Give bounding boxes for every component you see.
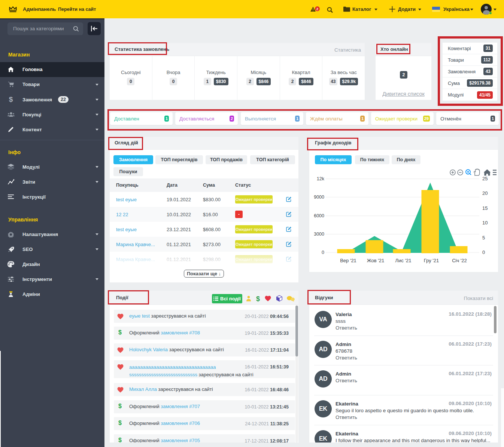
svg-text:0: 0 — [322, 250, 324, 255]
svg-text:Лис '21: Лис '21 — [395, 258, 412, 263]
svg-text:12k: 12k — [317, 176, 325, 181]
svg-text:10: 10 — [482, 220, 488, 226]
svg-text:15: 15 — [482, 205, 488, 211]
svg-text:20: 20 — [482, 190, 488, 196]
svg-text:5: 5 — [482, 235, 485, 241]
svg-text:9000: 9000 — [314, 195, 324, 200]
svg-text:Гру '21: Гру '21 — [424, 258, 439, 263]
svg-text:3000: 3000 — [314, 232, 324, 237]
svg-text:25: 25 — [482, 176, 488, 181]
svg-text:$: $ — [256, 295, 260, 302]
svg-text:6000: 6000 — [314, 213, 324, 218]
svg-text:Вер '21: Вер '21 — [340, 258, 356, 263]
svg-text:0: 0 — [482, 249, 485, 255]
svg-text:Січ '22: Січ '22 — [452, 258, 467, 263]
svg-text:Жов '21: Жов '21 — [367, 258, 385, 263]
